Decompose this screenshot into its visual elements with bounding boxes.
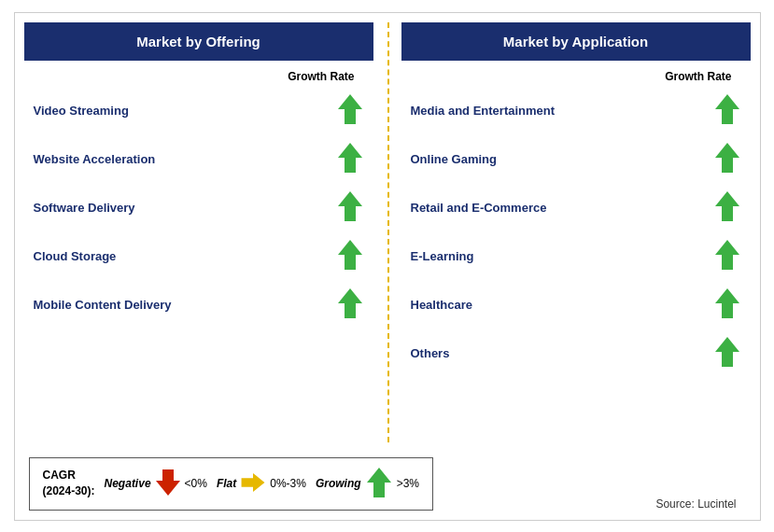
svg-marker-8 (715, 240, 739, 270)
legend-cagr-title: CAGR (2024-30): (43, 468, 95, 499)
right-item-row-4: E-Learning (401, 232, 751, 281)
svg-marker-3 (338, 240, 362, 270)
right-item-label-3: Retail and E-Commerce (411, 201, 713, 215)
left-item-label-4: Cloud Storage (34, 249, 336, 263)
arrow-up-icon-r2 (713, 141, 741, 178)
panels: Market by Offering Growth Rate Video Str… (24, 22, 751, 442)
left-item-label-1: Video Streaming (34, 104, 336, 118)
legend-negative-label: Negative (105, 477, 151, 490)
arrow-up-icon-r3 (713, 189, 741, 227)
arrow-right-icon (240, 468, 266, 500)
arrow-down-icon (155, 468, 181, 500)
svg-marker-13 (367, 468, 391, 497)
left-item-row-2: Website Acceleration (24, 135, 373, 184)
right-item-row-2: Online Gaming (401, 135, 751, 184)
right-panel-header: Market by Application (401, 22, 751, 61)
svg-marker-9 (715, 288, 739, 318)
svg-marker-7 (715, 191, 739, 221)
svg-marker-2 (338, 191, 362, 221)
legend-growing: Growing >3% (316, 466, 419, 502)
arrow-up-icon-2 (336, 141, 364, 178)
right-item-row-3: Retail and E-Commerce (401, 184, 751, 232)
source-label: Source: Lucintel (655, 497, 745, 511)
arrow-up-icon-r4 (713, 238, 741, 275)
left-item-label-5: Mobile Content Delivery (34, 298, 336, 312)
right-item-row-5: Healthcare (401, 281, 751, 329)
arrow-up-legend-icon (365, 466, 393, 502)
right-item-label-4: E-Learning (411, 249, 713, 263)
bottom-area: CAGR (2024-30): Negative <0% Flat (24, 450, 751, 511)
svg-marker-12 (242, 472, 265, 491)
arrow-up-icon-4 (336, 238, 364, 275)
legend-growing-range: >3% (397, 477, 419, 490)
legend-flat-range: 0%-3% (270, 477, 306, 490)
svg-marker-1 (338, 143, 362, 173)
right-item-label-6: Others (411, 346, 713, 360)
arrow-up-icon-r1 (713, 92, 741, 130)
right-item-label-2: Online Gaming (411, 152, 713, 166)
svg-marker-6 (715, 143, 739, 173)
panel-divider (373, 22, 401, 442)
left-item-row-5: Mobile Content Delivery (24, 281, 373, 329)
svg-marker-10 (715, 337, 739, 367)
main-container: Market by Offering Growth Rate Video Str… (14, 12, 761, 521)
svg-marker-11 (156, 469, 180, 496)
legend-box: CAGR (2024-30): Negative <0% Flat (29, 457, 433, 511)
svg-marker-4 (338, 288, 362, 318)
left-growth-label: Growth Rate (24, 70, 373, 83)
left-panel-header: Market by Offering (24, 22, 373, 61)
left-item-row-1: Video Streaming (24, 87, 373, 135)
left-item-row-3: Software Delivery (24, 184, 373, 232)
svg-marker-0 (338, 94, 362, 124)
right-item-row-6: Others (401, 329, 751, 378)
left-item-label-3: Software Delivery (34, 201, 336, 215)
arrow-up-icon-3 (336, 189, 364, 227)
legend-flat: Flat 0%-3% (217, 468, 306, 500)
arrow-up-icon-1 (336, 92, 364, 130)
right-item-label-1: Media and Entertainment (411, 104, 713, 118)
legend-negative-range: <0% (185, 477, 207, 490)
svg-marker-5 (715, 94, 739, 124)
right-growth-label: Growth Rate (401, 70, 751, 83)
left-item-row-4: Cloud Storage (24, 232, 373, 281)
left-panel: Market by Offering Growth Rate Video Str… (24, 22, 373, 442)
right-item-row-1: Media and Entertainment (401, 87, 751, 135)
legend-negative: Negative <0% (105, 468, 207, 500)
legend-flat-label: Flat (217, 477, 236, 490)
left-item-label-2: Website Acceleration (34, 152, 336, 166)
right-panel: Market by Application Growth Rate Media … (401, 22, 751, 442)
arrow-up-icon-r6 (713, 335, 741, 372)
arrow-up-icon-5 (336, 287, 364, 324)
legend-growing-label: Growing (316, 477, 361, 490)
right-item-label-5: Healthcare (411, 298, 713, 312)
arrow-up-icon-r5 (713, 287, 741, 324)
